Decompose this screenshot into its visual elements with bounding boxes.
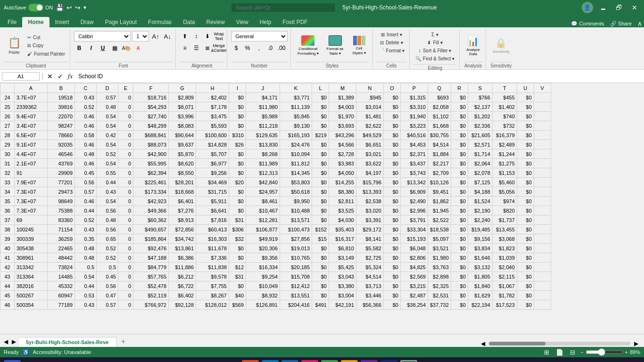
table-cell[interactable]: $1,668 bbox=[428, 121, 451, 131]
table-cell[interactable]: 0.48 bbox=[75, 253, 97, 263]
table-cell[interactable]: $3,713 bbox=[356, 281, 384, 291]
table-cell[interactable]: $1,244 bbox=[492, 149, 517, 159]
table-cell[interactable]: $1,840 bbox=[468, 281, 492, 291]
table-cell[interactable]: $3,475 bbox=[196, 112, 229, 121]
row-number[interactable]: 30 bbox=[0, 149, 15, 159]
table-cell[interactable]: $52,119 bbox=[133, 291, 169, 300]
table-cell[interactable]: $0 bbox=[229, 121, 246, 131]
table-cell[interactable]: $1,389 bbox=[329, 93, 356, 102]
table-cell[interactable]: $56,366 bbox=[356, 300, 384, 310]
table-cell[interactable]: $37,732 bbox=[428, 300, 451, 310]
table-cell[interactable]: $72,856 bbox=[169, 225, 196, 234]
table-cell[interactable]: 0 bbox=[118, 281, 133, 291]
decrease-decimal-btn[interactable]: .00 bbox=[276, 43, 287, 53]
table-cell[interactable]: $42,840 bbox=[246, 178, 280, 187]
delete-cells-btn[interactable]: ⊟ Delete ▾ bbox=[378, 39, 405, 46]
table-cell[interactable] bbox=[534, 168, 551, 178]
table-cell[interactable]: $12,281 bbox=[246, 215, 280, 225]
table-cell[interactable]: $820 bbox=[492, 206, 517, 215]
table-cell[interactable]: $5,425 bbox=[329, 263, 356, 272]
table-cell[interactable]: $2,078 bbox=[468, 168, 492, 178]
table-cell[interactable]: 0.56 bbox=[97, 206, 118, 215]
table-cell[interactable]: $35,403 bbox=[329, 225, 356, 234]
table-cell[interactable]: $0 bbox=[517, 281, 534, 291]
table-cell[interactable]: $3,021 bbox=[356, 149, 384, 159]
scroll-right-btn[interactable]: ▶ bbox=[634, 340, 638, 347]
table-cell[interactable]: $13,830 bbox=[246, 140, 280, 149]
table-cell[interactable]: $0 bbox=[384, 206, 401, 215]
table-cell[interactable]: $53,803 bbox=[280, 178, 312, 187]
cancel-formula-btn[interactable]: ✕ bbox=[45, 71, 55, 81]
table-cell[interactable]: 0.48 bbox=[97, 215, 118, 225]
table-cell[interactable]: $31 bbox=[229, 272, 246, 281]
tab-home[interactable]: Home bbox=[22, 17, 49, 27]
table-cell[interactable]: $5,707 bbox=[196, 149, 229, 159]
row-number[interactable]: 43 bbox=[0, 272, 15, 281]
table-cell[interactable]: 22465 bbox=[48, 244, 75, 253]
table-cell[interactable]: $32 bbox=[229, 234, 246, 244]
table-cell[interactable]: 500267 bbox=[15, 291, 48, 300]
table-cell[interactable]: $13,861 bbox=[169, 244, 196, 253]
table-cell[interactable]: 0 bbox=[118, 197, 133, 206]
insert-function-btn[interactable]: 𝑓𝑥 bbox=[66, 71, 74, 81]
table-cell[interactable]: 0.47 bbox=[97, 291, 118, 300]
table-cell[interactable]: $7,336 bbox=[196, 253, 229, 263]
table-cell[interactable]: $1,782 bbox=[492, 291, 517, 300]
table-cell[interactable]: $4,566 bbox=[329, 140, 356, 149]
align-top-btn[interactable]: ⬆ bbox=[180, 31, 190, 41]
table-cell[interactable]: 73824 bbox=[48, 263, 75, 272]
table-cell[interactable]: $306 bbox=[229, 225, 246, 234]
table-cell[interactable]: $15,193 bbox=[401, 234, 428, 244]
table-cell[interactable]: 0.52 bbox=[75, 215, 97, 225]
table-cell[interactable]: $11,678 bbox=[196, 244, 229, 253]
table-cell[interactable]: $8,083 bbox=[169, 121, 196, 131]
table-cell[interactable]: 0 bbox=[118, 291, 133, 300]
table-cell[interactable]: $5,870 bbox=[169, 149, 196, 159]
col-header-K[interactable]: K bbox=[280, 83, 312, 93]
table-cell[interactable]: 0.46 bbox=[75, 140, 97, 149]
row-number[interactable]: 24 bbox=[0, 93, 15, 102]
table-cell[interactable] bbox=[534, 281, 551, 291]
table-cell[interactable]: $129,635 bbox=[246, 131, 280, 140]
table-cell[interactable]: $0 bbox=[451, 281, 468, 291]
table-cell[interactable]: 313342 bbox=[15, 263, 48, 272]
table-cell[interactable]: $0 bbox=[229, 93, 246, 102]
table-cell[interactable]: 0.57 bbox=[97, 300, 118, 310]
row-number[interactable]: 37 bbox=[0, 215, 15, 225]
table-cell[interactable]: $0 bbox=[229, 187, 246, 197]
col-header-D[interactable]: D bbox=[97, 83, 118, 93]
table-cell[interactable] bbox=[534, 112, 551, 121]
table-cell[interactable]: $0 bbox=[517, 112, 534, 121]
table-cell[interactable]: 45332 bbox=[48, 281, 75, 291]
table-cell[interactable]: 7.3E+07 bbox=[15, 187, 48, 197]
table-cell[interactable]: 382016 bbox=[15, 281, 48, 291]
table-cell[interactable]: $42,923 bbox=[133, 197, 169, 206]
table-cell[interactable]: $1,629 bbox=[468, 291, 492, 300]
taskbar-app-2[interactable]: 🌐 bbox=[262, 360, 279, 362]
table-cell[interactable]: $1,945 bbox=[428, 206, 451, 215]
col-header-O[interactable]: O bbox=[384, 83, 401, 93]
table-cell[interactable]: $0 bbox=[517, 206, 534, 215]
table-cell[interactable]: $16,334 bbox=[246, 263, 280, 272]
number-format-select[interactable]: General bbox=[231, 31, 288, 41]
col-header-S[interactable]: S bbox=[468, 83, 492, 93]
table-cell[interactable]: $1,481 bbox=[356, 112, 384, 121]
save-icon[interactable]: 💾 bbox=[56, 4, 64, 11]
table-cell[interactable]: $0 bbox=[384, 149, 401, 159]
table-cell[interactable]: 48442 bbox=[48, 253, 75, 263]
fill-color-btn[interactable]: A🎨 bbox=[121, 43, 132, 53]
table-cell[interactable]: $6,909 bbox=[401, 187, 428, 197]
table-cell[interactable] bbox=[534, 159, 551, 168]
table-cell[interactable]: $0 bbox=[312, 93, 329, 102]
table-cell[interactable]: $9,578 bbox=[196, 272, 229, 281]
table-cell[interactable]: $3,014 bbox=[356, 102, 384, 112]
prev-sheet-btn[interactable]: ◀ bbox=[2, 337, 10, 347]
table-cell[interactable]: $0 bbox=[451, 168, 468, 178]
table-cell[interactable]: 92035 bbox=[48, 140, 75, 149]
table-cell[interactable]: $0 bbox=[229, 281, 246, 291]
table-cell[interactable]: 0 bbox=[118, 272, 133, 281]
table-cell[interactable]: $6,401 bbox=[169, 197, 196, 206]
table-cell[interactable]: $0 bbox=[312, 253, 329, 263]
table-cell[interactable]: 0 bbox=[118, 253, 133, 263]
table-cell[interactable]: $0 bbox=[384, 187, 401, 197]
